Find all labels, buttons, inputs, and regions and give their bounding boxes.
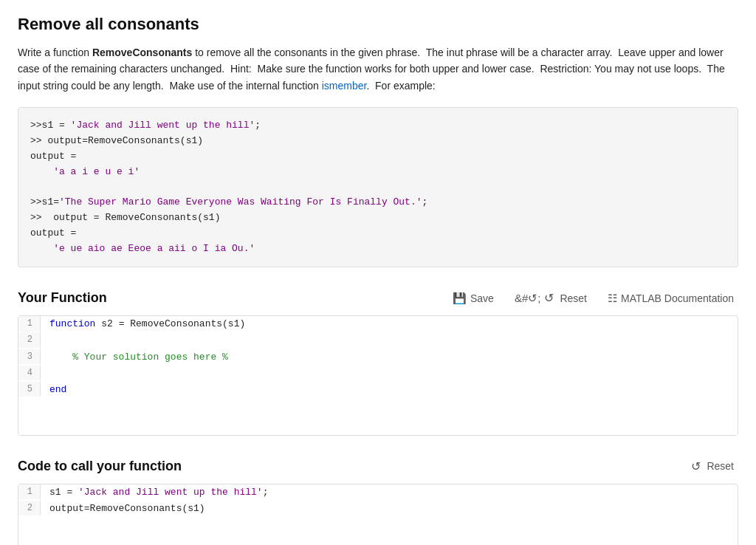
reset-button[interactable]: &#↺; ↺ Reset [510, 288, 591, 308]
call-function-section-header: Code to call your function ↺ Reset [18, 456, 738, 476]
call-editor-line-2: 2 output=RemoveConsonants(s1) [18, 501, 738, 517]
call-editor-line-1: 1 s1 = 'Jack and Jill went up the hill'; [18, 484, 738, 501]
call-reset-icon: ↺ [691, 459, 701, 473]
your-function-toolbar: 💾 Save &#↺; ↺ Reset ☷ MATLAB Documentati… [448, 288, 738, 308]
line-number: 2 [18, 501, 41, 515]
save-button[interactable]: 💾 Save [448, 289, 498, 308]
call-reset-button[interactable]: ↺ Reset [687, 456, 738, 476]
editor-line-3: 3 % Your solution goes here % [18, 349, 738, 366]
call-function-toolbar: ↺ Reset [687, 456, 738, 476]
line-number: 5 [18, 382, 41, 397]
line-number: 2 [18, 332, 41, 347]
line-content: % Your solution goes here % [41, 349, 738, 366]
description: Write a function RemoveConsonants to rem… [18, 44, 738, 94]
ismember-link[interactable]: ismember [322, 80, 367, 92]
call-function-editor[interactable]: 1 s1 = 'Jack and Jill went up the hill';… [18, 484, 738, 545]
your-function-editor[interactable]: 1 function s2 = RemoveConsonants(s1) 2 3… [18, 315, 738, 435]
editor-line-2: 2 [18, 332, 738, 349]
line-content: output=RemoveConsonants(s1) [41, 501, 738, 517]
save-icon: 💾 [453, 292, 467, 305]
reset-icon: &#↺; [515, 292, 541, 305]
line-content: s1 = 'Jack and Jill went up the hill'; [41, 484, 738, 501]
line-content: end [41, 382, 738, 398]
line-number: 3 [18, 349, 41, 364]
call-function-title: Code to call your function [18, 459, 182, 474]
line-content [41, 332, 738, 349]
page-title: Remove all consonants [18, 15, 738, 34]
line-number: 1 [18, 316, 41, 331]
line-number: 1 [18, 484, 41, 499]
your-function-section-header: Your Function 💾 Save &#↺; ↺ Reset ☷ MATL… [18, 288, 738, 308]
editor-spacer [18, 398, 738, 435]
editor-line-5: 5 end [18, 382, 738, 398]
line-number: 4 [18, 366, 41, 380]
call-editor-spacer [18, 517, 738, 545]
editor-line-1: 1 function s2 = RemoveConsonants(s1) [18, 316, 738, 332]
docs-icon: ☷ [608, 292, 617, 305]
line-content [41, 366, 738, 382]
line-content: function s2 = RemoveConsonants(s1) [41, 316, 738, 332]
example-code-block: >>s1 = 'Jack and Jill went up the hill';… [18, 107, 738, 267]
editor-line-4: 4 [18, 366, 738, 382]
matlab-docs-button[interactable]: ☷ MATLAB Documentation [603, 289, 738, 308]
your-function-title: Your Function [18, 290, 107, 306]
